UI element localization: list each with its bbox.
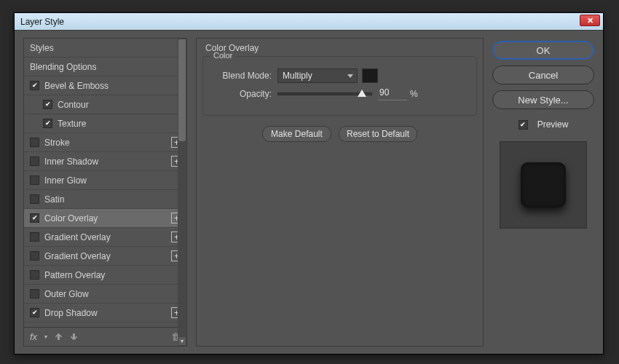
sidebar-item-inner-glow[interactable]: Inner Glow <box>24 171 186 190</box>
opacity-unit: % <box>410 89 418 99</box>
sidebar-item-label: Blending Options <box>30 62 96 72</box>
sidebar-item-label: Inner Shadow <box>44 157 98 167</box>
sidebar-item-inner-shadow[interactable]: Inner Shadow+ <box>24 152 186 171</box>
preview-box <box>500 141 587 229</box>
scroll-thumb[interactable] <box>178 39 186 141</box>
fx-menu[interactable]: fx <box>30 331 37 342</box>
ok-button[interactable]: OK <box>492 41 594 60</box>
titlebar[interactable]: Layer Style ✕ <box>15 13 603 30</box>
sidebar-scrollbar[interactable]: ▾ <box>178 39 186 346</box>
fx-caret-icon[interactable]: ▾ <box>44 333 47 340</box>
sidebar-item-label: Texture <box>58 119 86 129</box>
sidebar-item-label: Stroke <box>44 138 70 148</box>
checkbox[interactable] <box>30 251 39 261</box>
sidebar-item-gradient-overlay[interactable]: Gradient Overlay+ <box>24 247 186 266</box>
blend-mode-select[interactable]: Multiply <box>277 68 358 83</box>
sidebar-item-gradient-overlay[interactable]: Gradient Overlay+ <box>24 228 186 247</box>
sidebar-item-label: Inner Glow <box>44 175 87 186</box>
sidebar-item-label: Pattern Overlay <box>44 270 105 280</box>
scroll-down-icon[interactable]: ▾ <box>178 337 186 345</box>
opacity-input[interactable]: 90 <box>378 87 407 100</box>
color-group: Color Blend Mode: Multiply Opacity: 90 % <box>202 56 477 116</box>
checkbox[interactable] <box>30 289 39 298</box>
blend-mode-label: Blend Mode: <box>212 71 272 81</box>
opacity-label: Opacity: <box>212 89 272 99</box>
checkbox[interactable] <box>43 119 52 128</box>
sidebar-item-label: Bevel & Emboss <box>44 81 109 91</box>
checkbox[interactable] <box>30 81 39 90</box>
checkbox[interactable] <box>30 157 39 166</box>
sidebar-item-label: Gradient Overlay <box>44 232 111 242</box>
sidebar-item-label: Satin <box>44 194 64 205</box>
checkbox[interactable] <box>30 270 39 280</box>
styles-list: StylesBlending OptionsBevel & EmbossCont… <box>24 39 186 327</box>
arrow-down-icon[interactable]: 🡳 <box>70 333 78 341</box>
sidebar-item-contour[interactable]: Contour <box>24 95 186 114</box>
group-legend: Color <box>210 51 235 60</box>
layer-style-dialog: Layer Style ✕ StylesBlending OptionsBeve… <box>14 12 604 355</box>
sidebar-item-label: Contour <box>58 100 89 110</box>
sidebar-item-label: Styles <box>30 43 54 53</box>
opacity-row: Opacity: 90 % <box>212 87 468 100</box>
blend-mode-row: Blend Mode: Multiply <box>212 68 468 83</box>
sidebar-item-label: Gradient Overlay <box>44 251 111 261</box>
sidebar-item-label: Color Overlay <box>44 213 98 223</box>
sidebar-item-bevel-emboss[interactable]: Bevel & Emboss <box>24 76 186 95</box>
preview-thumbnail <box>521 162 566 207</box>
make-default-button[interactable]: Make Default <box>262 126 331 142</box>
window-title: Layer Style <box>20 17 64 27</box>
sidebar-item-label: Drop Shadow <box>44 308 98 318</box>
settings-panel: Color Overlay Color Blend Mode: Multiply… <box>196 38 484 347</box>
sidebar-item-stroke[interactable]: Stroke+ <box>24 133 186 152</box>
opacity-slider[interactable] <box>277 92 372 95</box>
preview-label: Preview <box>537 119 569 130</box>
slider-thumb[interactable] <box>358 90 366 97</box>
checkbox[interactable] <box>30 175 39 185</box>
action-column: OK Cancel New Style... Preview <box>492 38 594 347</box>
color-swatch[interactable] <box>362 68 378 83</box>
checkbox[interactable] <box>30 232 39 242</box>
new-style-button[interactable]: New Style... <box>492 90 594 109</box>
sidebar-item-blending-options[interactable]: Blending Options <box>24 58 186 76</box>
sidebar-item-color-overlay[interactable]: Color Overlay+ <box>24 209 186 228</box>
reset-default-button[interactable]: Reset to Default <box>339 126 417 142</box>
sidebar-item-texture[interactable]: Texture <box>24 114 186 133</box>
sidebar-item-pattern-overlay[interactable]: Pattern Overlay <box>24 266 186 285</box>
close-button[interactable]: ✕ <box>580 15 600 26</box>
preview-toggle[interactable]: Preview <box>492 119 594 130</box>
checkbox[interactable] <box>30 138 39 147</box>
blend-mode-value: Multiply <box>283 71 312 81</box>
preview-checkbox[interactable] <box>519 120 528 130</box>
checkbox[interactable] <box>30 308 39 317</box>
sidebar-item-label: Outer Glow <box>44 289 89 299</box>
cancel-button[interactable]: Cancel <box>492 66 594 84</box>
checkbox[interactable] <box>43 100 52 109</box>
sidebar-item-styles[interactable]: Styles <box>24 39 186 58</box>
arrow-up-icon[interactable]: 🡱 <box>55 333 63 341</box>
panel-title: Color Overlay <box>205 43 477 53</box>
checkbox[interactable] <box>30 213 39 223</box>
dialog-body: StylesBlending OptionsBevel & EmbossCont… <box>15 30 603 354</box>
default-buttons-row: Make Default Reset to Default <box>202 126 477 142</box>
sidebar-item-drop-shadow[interactable]: Drop Shadow+ <box>24 304 186 323</box>
close-icon: ✕ <box>587 17 594 25</box>
styles-sidebar: StylesBlending OptionsBevel & EmbossCont… <box>23 38 187 347</box>
sidebar-item-outer-glow[interactable]: Outer Glow <box>24 285 186 304</box>
sidebar-item-satin[interactable]: Satin <box>24 190 186 209</box>
checkbox[interactable] <box>30 194 39 204</box>
sidebar-footer: fx ▾ 🡱 🡳 🗑 <box>24 327 186 346</box>
